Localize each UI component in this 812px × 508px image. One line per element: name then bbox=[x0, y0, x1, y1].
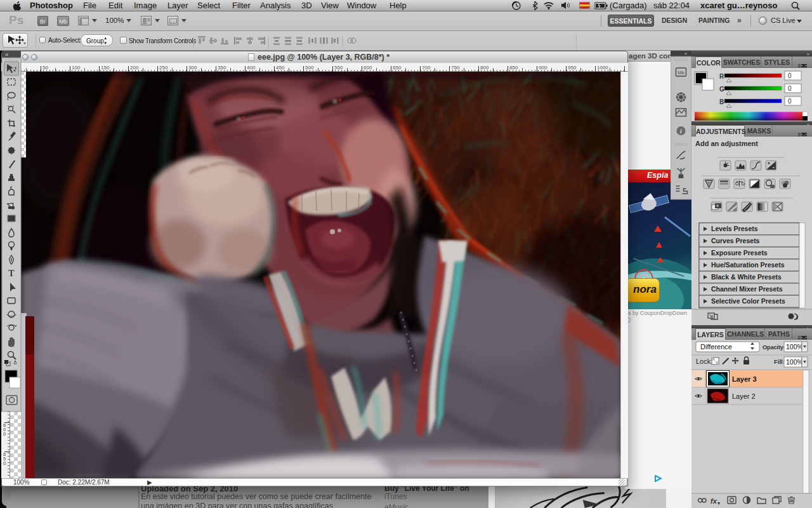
svg-text:»: » bbox=[5, 51, 8, 58]
svg-text:0: 0 bbox=[788, 98, 792, 105]
svg-text:1050: 1050 bbox=[626, 65, 627, 70]
svg-text:B: B bbox=[719, 98, 724, 105]
svg-text:Curves Presets: Curves Presets bbox=[711, 237, 760, 244]
svg-text:500: 500 bbox=[305, 65, 314, 70]
svg-text:350: 350 bbox=[218, 65, 226, 70]
svg-text:100: 100 bbox=[72, 65, 81, 70]
svg-text:0: 0 bbox=[788, 85, 792, 92]
svg-text:i: i bbox=[680, 128, 682, 135]
svg-text:400: 400 bbox=[247, 65, 256, 70]
svg-text:50: 50 bbox=[43, 65, 48, 70]
svg-text:Opacity:: Opacity: bbox=[763, 344, 785, 351]
svg-text:800: 800 bbox=[480, 65, 489, 70]
svg-text:R: R bbox=[719, 73, 724, 80]
svg-text:200: 200 bbox=[130, 65, 139, 70]
svg-text:Layer 2: Layer 2 bbox=[732, 392, 756, 400]
svg-text:100%: 100% bbox=[786, 358, 803, 366]
svg-text:Exposure Presets: Exposure Presets bbox=[711, 249, 768, 257]
svg-text:600: 600 bbox=[363, 65, 372, 70]
svg-text:850: 850 bbox=[509, 65, 518, 70]
svg-text:G: G bbox=[719, 86, 724, 93]
svg-text:«: « bbox=[684, 51, 687, 56]
svg-text:650: 650 bbox=[393, 65, 402, 70]
svg-text:450: 450 bbox=[276, 65, 285, 70]
svg-text:Fill:: Fill: bbox=[774, 358, 785, 365]
svg-text:0: 0 bbox=[788, 72, 792, 79]
svg-text:550: 550 bbox=[334, 65, 343, 70]
svg-text:T: T bbox=[8, 269, 15, 278]
svg-text:Hue/Saturation Presets: Hue/Saturation Presets bbox=[711, 261, 785, 269]
svg-text:250: 250 bbox=[159, 65, 168, 70]
svg-text:Difference: Difference bbox=[700, 343, 732, 351]
svg-text:Levels Presets: Levels Presets bbox=[711, 225, 758, 232]
svg-text:150: 150 bbox=[101, 65, 110, 70]
svg-text:750: 750 bbox=[451, 65, 460, 70]
svg-text:0: 0 bbox=[3, 460, 6, 466]
svg-text:Selective Color Presets: Selective Color Presets bbox=[711, 297, 785, 305]
svg-text:fx: fx bbox=[710, 497, 717, 505]
svg-text:Mb: Mb bbox=[678, 70, 684, 76]
svg-text:Add an adjustment: Add an adjustment bbox=[695, 140, 758, 147]
svg-text:▾: ▾ bbox=[717, 500, 720, 506]
svg-text:950: 950 bbox=[568, 65, 577, 70]
svg-text:300: 300 bbox=[188, 65, 197, 70]
svg-text:Lock:: Lock: bbox=[696, 358, 712, 365]
svg-text:Layer 3: Layer 3 bbox=[732, 375, 757, 383]
svg-text:Channel Mixer Presets: Channel Mixer Presets bbox=[711, 285, 783, 293]
svg-text:Black & White Presets: Black & White Presets bbox=[711, 273, 782, 281]
svg-text:100%: 100% bbox=[786, 343, 803, 351]
svg-text:900: 900 bbox=[539, 65, 547, 70]
svg-text:0: 0 bbox=[3, 431, 6, 437]
svg-text:700: 700 bbox=[422, 65, 431, 70]
svg-text:1000: 1000 bbox=[597, 65, 608, 70]
